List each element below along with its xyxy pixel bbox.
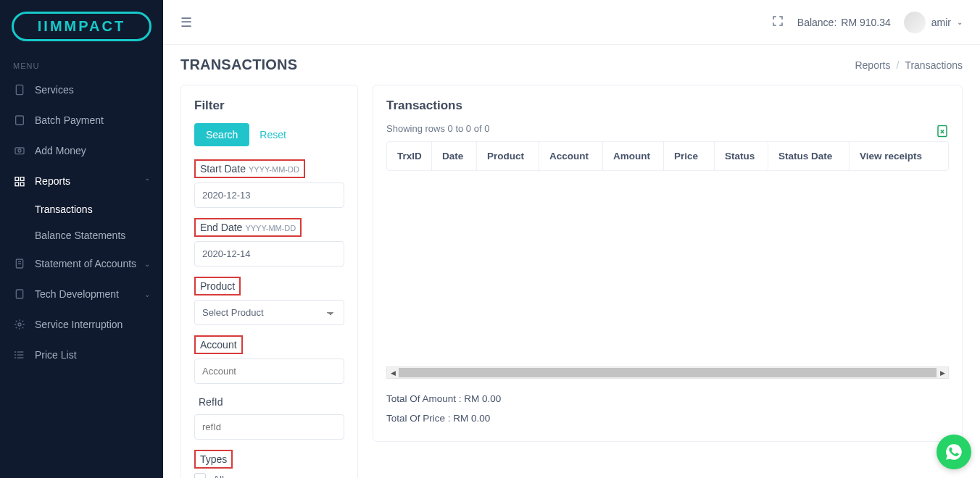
col-date: Date (432, 142, 477, 170)
breadcrumb-item: Transactions (905, 59, 963, 71)
total-price-value: RM 0.00 (453, 413, 490, 424)
sidebar-item-tech-development[interactable]: Tech Development ⌄ (0, 279, 163, 309)
checkbox-label: All (213, 474, 224, 479)
export-excel-icon[interactable] (936, 124, 949, 141)
total-amount-label: Total Of Amount : (386, 393, 462, 404)
scroll-right-icon[interactable]: ▶ (937, 367, 948, 378)
transactions-title: Transactions (386, 98, 949, 113)
sidebar-item-reports[interactable]: Reports ⌃ (0, 166, 163, 196)
col-statusdate: Status Date (768, 142, 850, 170)
logo: IIMMPACT (12, 12, 151, 41)
sidebar-item-add-money[interactable]: Add Money (0, 135, 163, 166)
scroll-left-icon[interactable]: ◀ (387, 367, 399, 378)
product-select[interactable]: Select Product (194, 300, 344, 325)
product-label: Product (194, 277, 241, 295)
svg-rect-6 (15, 183, 19, 186)
svg-point-16 (15, 352, 16, 353)
chevron-down-icon: ⌄ (144, 260, 150, 268)
balance-value: RM 910.34 (841, 17, 890, 28)
document-icon (13, 257, 26, 270)
col-receipts: View receipts (850, 142, 948, 170)
svg-point-17 (15, 355, 16, 356)
svg-point-12 (18, 323, 21, 326)
camera-icon (13, 144, 26, 157)
sidebar: IIMMPACT MENU Services Batch Payment Add… (0, 0, 163, 478)
start-date-input[interactable] (194, 183, 344, 208)
start-date-label: Start DateYYYY-MM-DD (194, 159, 305, 178)
col-price: Price (664, 142, 715, 170)
device-icon (13, 83, 26, 96)
total-amount-value: RM 0.00 (464, 393, 501, 404)
sidebar-item-label: Balance Statements (35, 230, 125, 241)
chevron-down-icon: ⌄ (957, 18, 963, 26)
end-date-input[interactable] (194, 241, 344, 267)
table-header: TrxID Date Product Account Amount Price … (386, 141, 949, 171)
sidebar-item-label: Services (35, 84, 74, 96)
search-button[interactable]: Search (194, 123, 249, 146)
types-label: Types (194, 450, 233, 469)
batch-icon (13, 114, 26, 127)
chevron-down-icon: ⌄ (144, 290, 150, 298)
sidebar-item-balance-statements[interactable]: Balance Statements (35, 222, 163, 248)
sidebar-item-services[interactable]: Services (0, 75, 163, 105)
breadcrumb-item[interactable]: Reports (855, 59, 890, 71)
total-price-label: Total Of Price : (386, 413, 451, 424)
sidebar-item-transactions[interactable]: Transactions (35, 196, 163, 222)
avatar (904, 12, 926, 33)
username: amir (931, 17, 951, 28)
col-trxid: TrxID (387, 142, 432, 170)
col-product: Product (477, 142, 539, 170)
reset-button[interactable]: Reset (259, 129, 286, 141)
svg-rect-11 (16, 290, 22, 298)
user-menu[interactable]: amir ⌄ (904, 12, 963, 33)
svg-rect-2 (15, 148, 24, 154)
hamburger-menu-icon[interactable]: ☰ (180, 14, 192, 30)
scrollbar-track[interactable] (399, 368, 937, 377)
file-icon (13, 288, 26, 301)
chevron-up-icon: ⌃ (144, 177, 150, 185)
breadcrumb: Reports / Transactions (855, 59, 963, 71)
sidebar-item-price-list[interactable]: Price List (0, 340, 163, 370)
sidebar-item-label: Reports (35, 175, 70, 187)
showing-text: Showing rows 0 to 0 of 0 (386, 123, 489, 134)
breadcrumb-separator: / (896, 59, 899, 71)
sidebar-item-label: Transactions (35, 204, 93, 215)
gear-icon (13, 318, 26, 331)
svg-rect-1 (16, 116, 24, 125)
col-amount: Amount (603, 142, 664, 170)
sidebar-item-service-interruption[interactable]: Service Interruption (0, 309, 163, 340)
account-label: Account (194, 335, 243, 354)
end-date-label: End DateYYYY-MM-DD (194, 218, 302, 237)
horizontal-scrollbar[interactable]: ◀ ▶ (386, 366, 949, 379)
sidebar-item-label: Statement of Accounts (35, 258, 136, 269)
whatsapp-button[interactable] (937, 435, 971, 469)
fullscreen-icon[interactable] (771, 14, 784, 30)
balance-label: Balance: (797, 17, 836, 28)
svg-point-3 (18, 149, 21, 152)
sidebar-item-label: Price List (35, 349, 77, 361)
logo-wrap: IIMMPACT (0, 0, 163, 53)
svg-rect-7 (20, 183, 24, 186)
svg-rect-5 (20, 177, 24, 181)
filter-title: Filter (194, 98, 344, 113)
sidebar-item-batch-payment[interactable]: Batch Payment (0, 105, 163, 135)
svg-rect-4 (15, 177, 19, 181)
filter-panel: Filter Search Reset Start DateYYYY-MM-DD… (180, 85, 358, 478)
col-account: Account (539, 142, 603, 170)
checkbox-icon (194, 473, 206, 478)
reports-icon (13, 175, 26, 188)
account-input[interactable] (194, 358, 344, 384)
sidebar-item-label: Tech Development (35, 288, 119, 300)
sidebar-item-statement-accounts[interactable]: Statement of Accounts ⌄ (0, 248, 163, 279)
table-body (386, 171, 949, 366)
refid-label: RefId (194, 394, 227, 410)
list-icon (13, 348, 26, 361)
sidebar-item-label: Add Money (35, 145, 86, 156)
type-all-checkbox[interactable]: All (194, 473, 344, 478)
menu-section-label: MENU (0, 53, 163, 75)
sidebar-item-label: Batch Payment (35, 114, 104, 126)
sidebar-item-label: Service Interruption (35, 319, 122, 330)
col-status: Status (715, 142, 768, 170)
refid-input[interactable] (194, 414, 344, 440)
svg-point-18 (15, 358, 16, 358)
